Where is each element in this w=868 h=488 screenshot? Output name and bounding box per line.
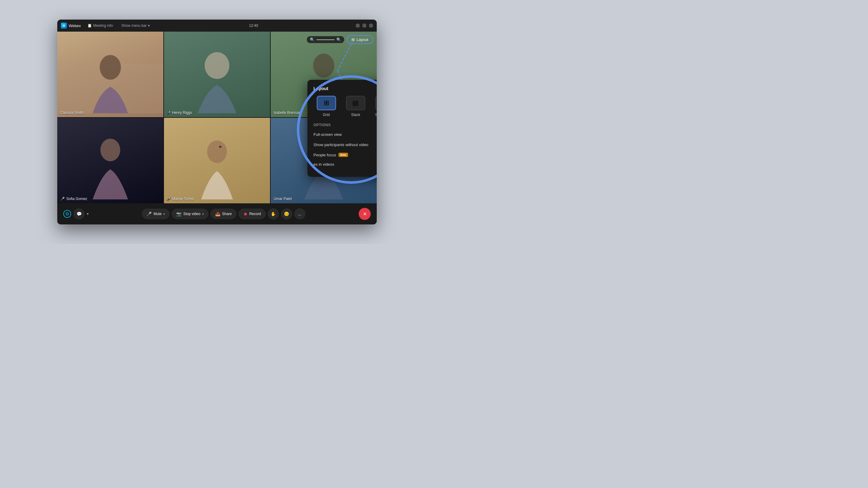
- video-cell-clarissa: Clarissa Smith: [57, 32, 163, 117]
- record-label: Record: [249, 212, 261, 216]
- participant-name-marise: 🎤 Marise Torres: [167, 197, 194, 201]
- svg-point-4: [313, 54, 334, 78]
- participant-label: Henry Riggs: [172, 110, 192, 115]
- close-button[interactable]: ✕: [369, 24, 373, 28]
- names-in-videos-label: es in videos: [313, 162, 334, 167]
- window-controls: — □ ✕: [355, 24, 373, 28]
- titlebar-left: W Webex 📋 Meeting info Show menu bar ▾: [61, 23, 152, 29]
- layout-option-grid[interactable]: ⊞ Grid: [313, 96, 339, 117]
- more-icon: ...: [298, 212, 302, 216]
- record-button[interactable]: ⏺ Record: [239, 209, 266, 219]
- stack-layout-label: Stack: [351, 113, 360, 117]
- participant-name-umar: Umar Patel: [274, 197, 292, 201]
- participant-label: Isabelle Brennan: [274, 110, 301, 115]
- muted-icon: 🎤: [167, 111, 170, 115]
- fullscreen-label: Full-screen view: [313, 132, 342, 137]
- layout-option-stack[interactable]: ▤ Stack: [343, 96, 368, 117]
- participant-name-clarissa: Clarissa Smith: [60, 110, 84, 115]
- share-label: Share: [222, 212, 232, 216]
- people-focus-option-row: People focus Beta: [313, 152, 377, 158]
- beta-badge: Beta: [338, 153, 348, 157]
- chevron-down-icon: ▾: [148, 24, 150, 28]
- titlebar: W Webex 📋 Meeting info Show menu bar ▾ 1…: [57, 20, 377, 32]
- search-icon-right: 🔍: [336, 37, 341, 42]
- participant-label: Clarissa Smith: [60, 110, 84, 115]
- options-section-title: Options: [313, 123, 377, 127]
- chat-caret[interactable]: ▾: [87, 212, 89, 216]
- layout-btn-label: Layout: [356, 37, 368, 42]
- toolbar-center: 🎤 Mute ▾ 📷 Stop video ▾ 📤 Share ⏺ Record…: [91, 208, 356, 219]
- status-indicator: [63, 210, 71, 218]
- status-dot-inner: [66, 213, 69, 216]
- maximize-button[interactable]: □: [362, 24, 367, 28]
- layout-grid-icon: ⊞: [351, 37, 355, 42]
- layout-button[interactable]: ⊞ Layout: [347, 35, 373, 44]
- search-bar: 🔍 🔍: [307, 36, 344, 43]
- share-icon: 📤: [215, 212, 220, 216]
- minimize-button[interactable]: —: [355, 24, 360, 28]
- video-cell-henry: 🎤 Henry Riggs: [164, 32, 270, 117]
- mute-label: Mute: [153, 212, 161, 216]
- chat-button[interactable]: 💬: [73, 208, 84, 219]
- camera-icon: 📷: [176, 212, 181, 216]
- svg-point-2: [100, 55, 121, 79]
- show-menu-label: Show menu bar: [121, 24, 147, 28]
- bottom-toolbar: 💬 ▾ 🎤 Mute ▾ 📷 Stop video ▾ 📤 Share ⏺ Re…: [57, 203, 377, 224]
- stop-video-caret: ▾: [202, 213, 204, 216]
- video-cell-sofia: 🎤 Sofia Gomez: [57, 118, 163, 203]
- participant-name-henry: 🎤 Henry Riggs: [167, 110, 192, 115]
- microphone-icon: 🎤: [147, 212, 152, 216]
- participant-name-sofia: 🎤 Sofia Gomez: [60, 197, 87, 201]
- names-in-videos-row: es in videos: [313, 162, 377, 167]
- search-slider[interactable]: [316, 39, 335, 40]
- emoji-button[interactable]: 😊: [281, 208, 292, 219]
- participant-name-isabelle: Isabelle Brennan: [274, 110, 301, 115]
- meeting-info-button[interactable]: 📋 Meeting info: [86, 23, 115, 29]
- end-call-button[interactable]: ✕: [359, 208, 371, 220]
- toolbar-right: ✕: [359, 208, 371, 220]
- titlebar-right: — □ ✕: [355, 24, 373, 28]
- participant-label: Marise Torres: [172, 197, 194, 201]
- stop-video-button[interactable]: 📷 Stop video ▾: [172, 209, 208, 219]
- layout-options: ⊞ Grid ▤ Stack ▥ Side by side: [313, 96, 377, 117]
- show-no-video-label: Show participants without video: [313, 142, 368, 147]
- webex-logo-icon: W: [61, 23, 67, 29]
- svg-point-5: [100, 138, 120, 161]
- side-by-side-layout-label: Side by side: [375, 113, 377, 117]
- webex-logo: W Webex: [61, 23, 81, 29]
- svg-point-6: [207, 140, 227, 163]
- webex-logo-label: Webex: [69, 24, 81, 28]
- show-menu-button[interactable]: Show menu bar ▾: [120, 23, 152, 29]
- stop-video-label: Stop video: [183, 212, 200, 216]
- titlebar-center: 12:40: [152, 24, 355, 28]
- info-icon: 📋: [87, 24, 92, 28]
- participant-label: Sofia Gomez: [66, 197, 87, 201]
- toolbar-left: 💬 ▾: [63, 208, 89, 219]
- meeting-info-label: Meeting info: [93, 24, 113, 28]
- participant-label: Umar Patel: [274, 197, 292, 201]
- stack-layout-icon[interactable]: ▤: [346, 96, 365, 110]
- mic-active-icon: 🎤: [60, 197, 65, 201]
- grid-layout-icon[interactable]: ⊞: [317, 96, 336, 110]
- grid-layout-label: Grid: [323, 113, 330, 117]
- reactions-button[interactable]: ✋: [268, 208, 279, 219]
- top-controls: 🔍 🔍 ⊞ Layout: [307, 35, 373, 44]
- side-by-side-layout-icon[interactable]: ▥: [375, 96, 377, 110]
- layout-panel-title: Layout: [313, 86, 377, 91]
- clock: 12:40: [249, 24, 258, 28]
- video-cell-marise: 🎤 Marise Torres: [164, 118, 270, 203]
- share-button[interactable]: 📤 Share: [211, 209, 236, 219]
- record-icon: ⏺: [243, 212, 247, 216]
- muted-icon: 🎤: [167, 197, 170, 201]
- more-options-button[interactable]: ...: [294, 208, 305, 219]
- people-focus-label: People focus Beta: [313, 153, 348, 157]
- main-window: W Webex 📋 Meeting info Show menu bar ▾ 1…: [57, 20, 377, 224]
- fullscreen-option-row: Full-screen view: [313, 131, 377, 137]
- search-icon[interactable]: 🔍: [310, 37, 315, 42]
- svg-point-3: [205, 52, 229, 79]
- layout-panel: Layout ⊞ Grid ▤ Stack ▥ Side by side Opt…: [307, 80, 377, 177]
- mute-caret: ▾: [163, 213, 165, 216]
- layout-option-side-by-side[interactable]: ▥ Side by side: [372, 96, 377, 117]
- show-no-video-option-row: Show participants without video: [313, 141, 377, 148]
- mute-button[interactable]: 🎤 Mute ▾: [142, 209, 169, 219]
